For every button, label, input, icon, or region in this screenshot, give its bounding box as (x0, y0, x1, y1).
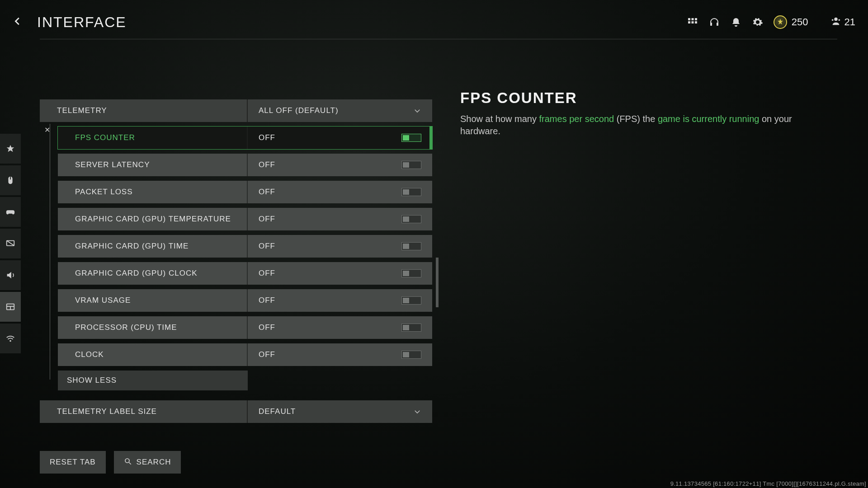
option-gpu-temperature[interactable]: GRAPHIC CARD (GPU) TEMPERATURE OFF (58, 208, 432, 230)
grid-icon[interactable] (687, 16, 698, 28)
sidebar-item-interface[interactable] (0, 292, 21, 322)
header-bar: INTERFACE 250 21 (0, 0, 868, 44)
build-string: 9.11.13734565 [61:160:1722+11] Tmc [7000… (670, 480, 866, 487)
sidebar-item-mouse[interactable] (0, 165, 21, 195)
toggle-gpu-time[interactable] (401, 242, 421, 250)
toggle-gpu-temperature[interactable] (401, 215, 421, 223)
telemetry-subrows: ✕ FPS COUNTER OFF SERVER LATENCY OFF PAC… (58, 127, 432, 390)
option-cpu-time[interactable]: PROCESSOR (CPU) TIME OFF (58, 316, 432, 339)
description-title: FPS COUNTER (460, 89, 795, 107)
description-text: Show at how many frames per second (FPS)… (460, 113, 795, 137)
toggle-fps-counter[interactable] (401, 134, 421, 142)
svg-line-14 (7, 241, 14, 246)
svg-rect-1 (691, 18, 693, 20)
header-divider (40, 39, 837, 39)
toggle-cpu-time[interactable] (401, 324, 421, 332)
gear-icon[interactable] (752, 16, 764, 28)
sidebar-item-display[interactable] (0, 229, 21, 258)
telemetry-section-label: TELEMETRY (40, 99, 248, 122)
bell-icon[interactable] (730, 16, 742, 28)
svg-point-9 (831, 19, 833, 21)
svg-point-8 (834, 18, 837, 21)
option-server-latency[interactable]: SERVER LATENCY OFF (58, 154, 432, 176)
description-panel: FPS COUNTER Show at how many frames per … (460, 89, 795, 137)
player-count[interactable]: 21 (831, 16, 855, 28)
telemetry-label-size-label: TELEMETRY LABEL SIZE (40, 400, 248, 423)
player-count-value: 21 (844, 16, 855, 28)
sidebar-item-network[interactable] (0, 324, 21, 353)
chevron-down-icon (413, 408, 421, 416)
telemetry-label-size-row[interactable]: TELEMETRY LABEL SIZE DEFAULT (40, 400, 432, 423)
svg-point-10 (838, 19, 840, 21)
telemetry-section-row[interactable]: TELEMETRY ALL OFF (DEFAULT) (40, 99, 432, 122)
toggle-server-latency[interactable] (401, 161, 421, 169)
collapse-button[interactable]: ✕ (44, 127, 50, 134)
option-gpu-clock[interactable]: GRAPHIC CARD (GPU) CLOCK OFF (58, 262, 432, 285)
telemetry-section-value: ALL OFF (DEFAULT) (248, 99, 432, 122)
headset-icon[interactable] (708, 16, 720, 28)
settings-pane: TELEMETRY ALL OFF (DEFAULT) ✕ FPS COUNTE… (40, 99, 432, 427)
page-title: INTERFACE (37, 14, 127, 31)
svg-rect-0 (688, 18, 690, 20)
search-icon (124, 457, 132, 468)
reset-tab-button[interactable]: RESET TAB (40, 451, 106, 474)
svg-point-19 (125, 459, 129, 463)
toggle-vram-usage[interactable] (401, 296, 421, 305)
chevron-down-icon (413, 107, 421, 115)
option-clock[interactable]: CLOCK OFF (58, 343, 432, 366)
option-vram-usage[interactable]: VRAM USAGE OFF (58, 289, 432, 312)
svg-line-20 (129, 462, 131, 465)
toggle-gpu-clock[interactable] (401, 269, 421, 277)
svg-rect-4 (691, 21, 693, 23)
show-less-button[interactable]: SHOW LESS (58, 371, 248, 390)
bottom-buttons: RESET TAB SEARCH (40, 451, 181, 474)
svg-rect-6 (710, 23, 712, 26)
svg-rect-3 (688, 21, 690, 23)
coin-icon (774, 15, 787, 29)
option-packet-loss[interactable]: PACKET LOSS OFF (58, 181, 432, 203)
scrollbar-thumb[interactable] (436, 258, 439, 307)
back-button[interactable] (10, 14, 25, 30)
svg-point-18 (9, 340, 11, 342)
settings-scrollbar[interactable] (436, 127, 439, 422)
toggle-clock[interactable] (401, 351, 421, 359)
currency-badge[interactable]: 250 (774, 15, 808, 29)
sidebar-item-audio[interactable] (0, 260, 21, 290)
svg-rect-5 (695, 21, 697, 23)
option-gpu-time[interactable]: GRAPHIC CARD (GPU) TIME OFF (58, 235, 432, 258)
chevron-left-icon (13, 16, 23, 28)
header-right: 250 21 (687, 15, 855, 29)
search-button[interactable]: SEARCH (114, 451, 181, 474)
currency-amount: 250 (792, 16, 808, 28)
sidebar-item-star[interactable] (0, 134, 21, 164)
players-icon (831, 16, 841, 28)
option-fps-counter[interactable]: FPS COUNTER OFF (58, 127, 432, 149)
category-sidebar (0, 134, 21, 355)
svg-rect-7 (717, 23, 718, 26)
sidebar-item-controller[interactable] (0, 197, 21, 227)
telemetry-label-size-value: DEFAULT (248, 400, 432, 423)
svg-rect-2 (695, 18, 697, 20)
toggle-packet-loss[interactable] (401, 188, 421, 196)
